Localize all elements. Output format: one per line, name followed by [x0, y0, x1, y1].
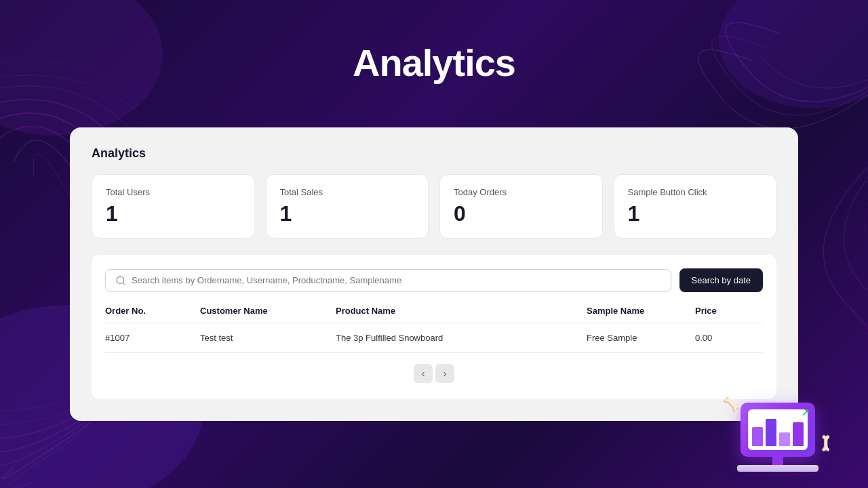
pagination-prev-button[interactable]: ‹	[414, 364, 433, 383]
stat-label-total-users: Total Users	[106, 187, 241, 197]
pagination-row: ‹ ›	[105, 364, 763, 383]
search-input[interactable]	[132, 275, 661, 285]
stat-card-today-orders: Today Orders 0	[439, 174, 603, 239]
col-header-price: Price	[695, 306, 763, 316]
search-icon	[115, 275, 126, 286]
search-input-wrapper[interactable]	[105, 269, 671, 292]
stat-card-total-sales: Total Sales 1	[266, 174, 429, 239]
search-bar-row: Search by date	[105, 268, 763, 292]
stat-value-sample-button: 1	[628, 203, 763, 224]
stat-label-today-orders: Today Orders	[454, 187, 589, 197]
stat-value-total-sales: 1	[280, 203, 415, 224]
search-by-date-button[interactable]: Search by date	[679, 268, 763, 292]
stats-row: Total Users 1 Total Sales 1 Today Orders…	[92, 174, 776, 239]
col-header-product-name: Product Name	[336, 306, 587, 316]
main-card: Analytics Total Users 1 Total Sales 1 To…	[70, 127, 798, 421]
col-header-customer-name: Customer Name	[200, 306, 336, 316]
svg-point-2	[719, 0, 868, 108]
cell-sample-name: Free Sample	[587, 333, 695, 343]
stat-label-sample-button: Sample Button Click	[628, 187, 763, 197]
page-title: Analytics	[353, 41, 515, 85]
svg-point-1	[0, 0, 163, 136]
col-header-sample-name: Sample Name	[587, 306, 695, 316]
svg-point-3	[117, 277, 124, 284]
stat-card-total-users: Total Users 1	[92, 174, 255, 239]
decoration-analytics-icon: ↗ 🦴 🦴	[720, 370, 835, 472]
stat-value-today-orders: 0	[454, 203, 589, 224]
analytics-heading: Analytics	[92, 146, 776, 161]
stat-value-total-users: 1	[106, 203, 241, 224]
cell-product-name: The 3p Fulfilled Snowboard	[336, 333, 587, 343]
col-header-order-no: Order No.	[105, 306, 200, 316]
cell-price: 0.00	[695, 333, 763, 343]
search-section: Search by date Order No. Customer Name P…	[92, 255, 776, 399]
table-row: #1007 Test test The 3p Fulfilled Snowboa…	[105, 323, 763, 353]
cell-order-no: #1007	[105, 333, 200, 343]
stat-label-total-sales: Total Sales	[280, 187, 415, 197]
stat-card-sample-button: Sample Button Click 1	[614, 174, 777, 239]
cell-customer-name: Test test	[200, 333, 336, 343]
table-header: Order No. Customer Name Product Name Sam…	[105, 306, 763, 323]
pagination-next-button[interactable]: ›	[435, 364, 454, 383]
table-wrapper: Order No. Customer Name Product Name Sam…	[105, 306, 763, 353]
svg-line-4	[123, 283, 125, 285]
